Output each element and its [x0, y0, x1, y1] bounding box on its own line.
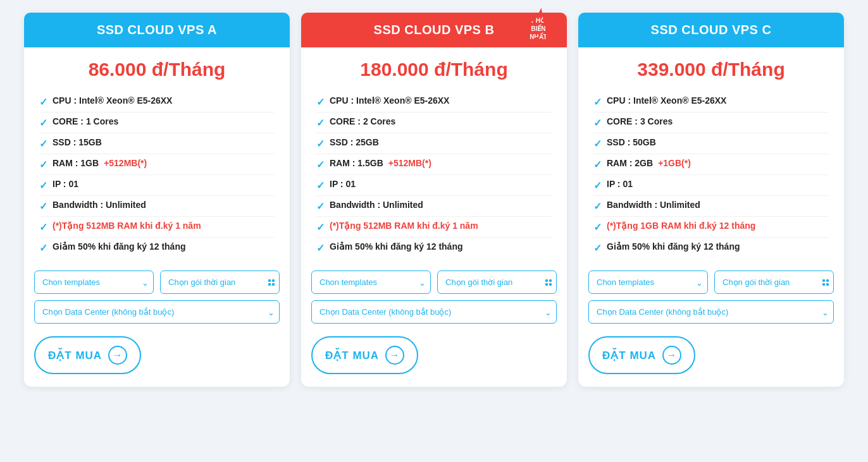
card-header: SSD CLOUD VPS C — [578, 13, 844, 47]
feature-item: ✓ (*)Tặng 1GB RAM khi đ.ký 12 tháng — [593, 217, 829, 238]
check-icon: ✓ — [593, 221, 602, 233]
card-actions: Chon templates ⌄ Chọn gói thời gian — [578, 264, 844, 298]
time-select-wrapper: Chọn gói thời gian — [437, 271, 557, 294]
feature-item: ✓ IP : 01 — [316, 175, 552, 196]
card-title: SSD CLOUD VPS B — [374, 23, 495, 37]
templates-select-wrapper: Chon templates ⌄ — [311, 271, 431, 294]
templates-select[interactable]: Chon templates — [311, 271, 431, 294]
card-vps-c: SSD CLOUD VPS C 339.000 đ/Tháng ✓ CPU : … — [578, 13, 844, 387]
check-icon: ✓ — [39, 242, 47, 254]
card-header: SSD CLOUD VPS A — [24, 13, 290, 47]
order-arrow-icon: → — [385, 346, 404, 365]
order-label: ĐẶT MUA — [48, 349, 102, 362]
check-icon: ✓ — [316, 117, 325, 129]
check-icon: ✓ — [593, 179, 602, 191]
feature-item: ✓ Bandwidth : Unlimited — [593, 196, 829, 217]
check-icon: ✓ — [316, 159, 325, 171]
feature-item: ✓ IP : 01 — [593, 175, 829, 196]
feature-item: ✓ Giảm 50% khi đăng ký 12 tháng — [316, 238, 552, 258]
datacenter-select[interactable]: Chọn Data Center (không bắt buộc) — [588, 300, 834, 324]
time-select-wrapper: Chọn gói thời gian — [714, 271, 834, 294]
feature-item: ✓ CORE : 2 Cores — [316, 112, 552, 133]
card-data-center: Chọn Data Center (không bắt buộc) ⌄ — [578, 298, 844, 331]
check-icon: ✓ — [316, 200, 325, 212]
card-actions: Chon templates ⌄ Chọn gói thời gian — [24, 264, 290, 298]
feature-item: ✓ SSD : 50GB — [593, 133, 829, 154]
card-title: SSD CLOUD VPS A — [97, 23, 217, 37]
datacenter-select[interactable]: Chọn Data Center (không bắt buộc) — [311, 300, 557, 324]
card-title: SSD CLOUD VPS C — [651, 23, 772, 37]
card-actions: Chon templates ⌄ Chọn gói thời gian — [301, 264, 567, 298]
time-select[interactable]: Chọn gói thời gian — [160, 271, 280, 294]
check-icon: ✓ — [39, 159, 47, 171]
templates-select-wrapper: Chon templates ⌄ — [588, 271, 708, 294]
check-icon: ✓ — [316, 96, 325, 108]
check-icon: ✓ — [593, 96, 602, 108]
feature-item: ✓ RAM : 1GB +512MB(*) — [39, 154, 275, 175]
card-price: 86.000 đ/Tháng — [24, 47, 290, 88]
time-select[interactable]: Chọn gói thời gian — [714, 271, 834, 294]
feature-item: ✓ CORE : 1 Cores — [39, 112, 275, 133]
feature-item: ✓ Giảm 50% khi đăng ký 12 tháng — [39, 238, 275, 258]
feature-item: ✓ CPU : Intel® Xeon® E5-26XX — [593, 92, 829, 112]
check-icon: ✓ — [316, 242, 325, 254]
feature-item: ✓ CORE : 3 Cores — [593, 112, 829, 133]
card-vps-a: SSD CLOUD VPS A 86.000 đ/Tháng ✓ CPU : I… — [24, 13, 290, 387]
order-button[interactable]: ĐẶT MUA → — [34, 336, 141, 374]
feature-item: ✓ Giảm 50% khi đăng ký 12 tháng — [593, 238, 829, 258]
feature-item: ✓ (*)Tặng 512MB RAM khi đ.ký 1 năm — [39, 217, 275, 238]
order-button[interactable]: ĐẶT MUA → — [588, 336, 695, 374]
card-price: 339.000 đ/Tháng — [578, 47, 844, 88]
check-icon: ✓ — [593, 138, 602, 150]
order-arrow-icon: → — [662, 346, 681, 365]
feature-item: ✓ (*)Tặng 512MB RAM khi đ.ký 1 năm — [316, 217, 552, 238]
feature-item: ✓ RAM : 2GB +1GB(*) — [593, 154, 829, 175]
time-select-wrapper: Chọn gói thời gian — [160, 271, 280, 294]
feature-item: ✓ CPU : Intel® Xeon® E5-26XX — [39, 92, 275, 112]
card-features: ✓ CPU : Intel® Xeon® E5-26XX ✓ CORE : 1 … — [24, 88, 290, 264]
order-label: ĐẶT MUA — [325, 349, 379, 362]
templates-select[interactable]: Chon templates — [34, 271, 154, 294]
check-icon: ✓ — [39, 200, 47, 212]
check-icon: ✓ — [316, 138, 325, 150]
feature-item: ✓ SSD : 25GB — [316, 133, 552, 154]
templates-select[interactable]: Chon templates — [588, 271, 708, 294]
check-icon: ✓ — [39, 117, 47, 129]
check-icon: ✓ — [39, 96, 47, 108]
feature-item: ✓ CPU : Intel® Xeon® E5-26XX — [316, 92, 552, 112]
feature-item: ✓ SSD : 15GB — [39, 133, 275, 154]
check-icon: ✓ — [593, 200, 602, 212]
card-data-center: Chọn Data Center (không bắt buộc) ⌄ — [301, 298, 567, 331]
feature-item: ✓ Bandwidth : Unlimited — [316, 196, 552, 217]
feature-item: ✓ IP : 01 — [39, 175, 275, 196]
check-icon: ✓ — [39, 179, 47, 191]
order-label: ĐẶT MUA — [602, 349, 656, 362]
order-button[interactable]: ĐẶT MUA → — [311, 336, 418, 374]
templates-select-wrapper: Chon templates ⌄ — [34, 271, 154, 294]
order-arrow-icon: → — [108, 346, 127, 365]
feature-item: ✓ Bandwidth : Unlimited — [39, 196, 275, 217]
check-icon: ✓ — [593, 242, 602, 254]
check-icon: ✓ — [316, 221, 325, 233]
feature-item: ✓ RAM : 1.5GB +512MB(*) — [316, 154, 552, 175]
check-icon: ✓ — [316, 179, 325, 191]
datacenter-select[interactable]: Chọn Data Center (không bắt buộc) — [34, 300, 280, 324]
card-price: 180.000 đ/Tháng — [301, 47, 567, 88]
card-header: SSD CLOUD VPS B — [301, 13, 567, 47]
cards-container: SSD CLOUD VPS A 86.000 đ/Tháng ✓ CPU : I… — [13, 13, 855, 387]
card-vps-b: PHỔ BIẾNNHẤT SSD CLOUD VPS B 180.000 đ/T… — [301, 13, 567, 387]
check-icon: ✓ — [39, 221, 47, 233]
check-icon: ✓ — [593, 117, 602, 129]
card-features: ✓ CPU : Intel® Xeon® E5-26XX ✓ CORE : 2 … — [301, 88, 567, 264]
card-data-center: Chọn Data Center (không bắt buộc) ⌄ — [24, 298, 290, 331]
datacenter-select-wrapper: Chọn Data Center (không bắt buộc) ⌄ — [34, 300, 280, 324]
check-icon: ✓ — [593, 159, 602, 171]
datacenter-select-wrapper: Chọn Data Center (không bắt buộc) ⌄ — [311, 300, 557, 324]
check-icon: ✓ — [39, 138, 47, 150]
card-features: ✓ CPU : Intel® Xeon® E5-26XX ✓ CORE : 3 … — [578, 88, 844, 264]
datacenter-select-wrapper: Chọn Data Center (không bắt buộc) ⌄ — [588, 300, 834, 324]
time-select[interactable]: Chọn gói thời gian — [437, 271, 557, 294]
